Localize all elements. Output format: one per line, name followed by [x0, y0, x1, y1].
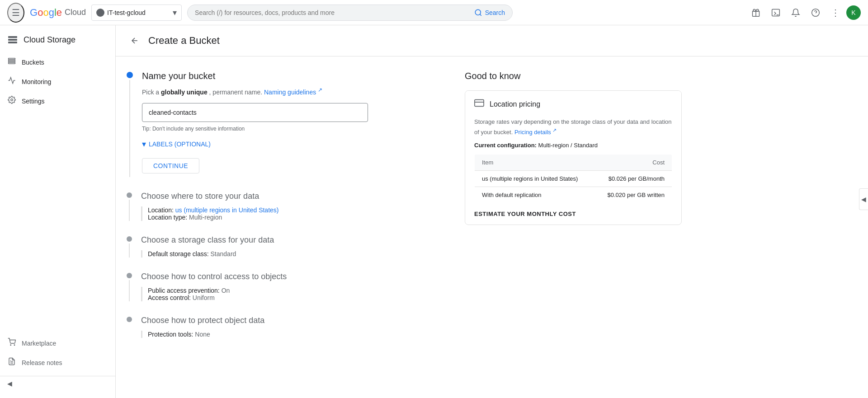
collapse-right-panel-button[interactable]: ◀ [859, 188, 868, 210]
input-tip: Tip: Don't include any sensitive informa… [142, 126, 443, 132]
bell-icon [791, 8, 800, 17]
cloud-label: Cloud [65, 8, 86, 17]
naming-guidelines-link[interactable]: Naming guidelines ↗ [264, 89, 322, 96]
release-notes-label: Release notes [22, 359, 62, 366]
svg-point-7 [812, 9, 820, 16]
search-icon [474, 9, 482, 17]
more-options-button[interactable]: ⋮ [826, 4, 844, 22]
pricing-row-2: With default replication $0.020 per GB w… [475, 187, 672, 203]
avatar[interactable]: K [846, 5, 861, 20]
step-dot-1 [127, 72, 133, 78]
cloud-storage-icon [7, 34, 18, 45]
back-arrow-icon [130, 36, 139, 45]
sidebar: Cloud Storage Buckets Monitoring Setting… [0, 25, 116, 398]
step-dot-4 [127, 273, 132, 278]
step-sub-info-2: Location: us (multiple regions in United… [141, 206, 443, 221]
search-button[interactable]: Search [474, 9, 505, 17]
gift-icon-button[interactable] [747, 4, 765, 22]
sidebar-item-monitoring[interactable]: Monitoring [0, 72, 112, 91]
current-config: Current configuration: Multi-region / St… [474, 142, 672, 149]
sidebar-item-marketplace[interactable]: Marketplace [0, 333, 115, 353]
marketplace-label: Marketplace [22, 340, 56, 347]
release-notes-icon [7, 357, 16, 368]
app-body: Cloud Storage Buckets Monitoring Setting… [0, 25, 868, 398]
pricing-item-2: With default replication [475, 187, 594, 203]
continue-button[interactable]: CONTINUE [142, 158, 199, 173]
svg-point-15 [11, 99, 13, 101]
pricing-details-link[interactable]: Pricing details ↗ [514, 129, 557, 136]
settings-label: Settings [22, 98, 45, 105]
monitoring-icon [7, 76, 16, 87]
step-storage-class: Choose a storage class for your data Def… [127, 235, 443, 258]
step-protect-data: Choose how to protect object data Protec… [127, 316, 443, 338]
step-sub-info-3: Default storage class: Standard [141, 250, 443, 258]
step-line-3 [129, 243, 130, 258]
pricing-table: Item Cost us (multiple regions in United… [474, 154, 672, 203]
settings-icon [7, 96, 16, 106]
step-content-2: Choose where to store your data Location… [141, 192, 443, 221]
sidebar-bottom: Marketplace Release notes ◀ [0, 333, 115, 398]
sidebar-item-buckets[interactable]: Buckets [0, 52, 112, 72]
svg-point-17 [14, 345, 15, 346]
back-button[interactable] [127, 33, 143, 49]
more-icon: ⋮ [831, 7, 840, 18]
sidebar-title: Cloud Storage [24, 35, 75, 45]
marketplace-icon [7, 338, 16, 348]
step-sub-info-4: Public access prevention: On Access cont… [141, 287, 443, 301]
help-icon-button[interactable] [807, 4, 825, 22]
svg-rect-14 [9, 62, 15, 64]
location-pricing-title: Location pricing [490, 100, 540, 108]
step-sub-info-5: Protection tools: None [141, 331, 443, 338]
svg-rect-12 [9, 58, 15, 60]
notification-icon-button[interactable] [787, 4, 805, 22]
step-indicator-4 [127, 272, 132, 301]
pricing-cost-1: $0.026 per GB/month [594, 171, 672, 187]
pricing-row-1: us (multiple regions in United States) $… [475, 171, 672, 187]
terminal-icon-button[interactable] [767, 4, 785, 22]
step-content-3: Choose a storage class for your data Def… [141, 235, 443, 258]
step-indicator-1 [127, 71, 133, 177]
svg-rect-13 [9, 61, 15, 62]
step-line-4 [129, 280, 130, 301]
step-content-5: Choose how to protect object data Protec… [141, 316, 443, 338]
step-body-1: Pick a globally unique , permanent name.… [142, 87, 443, 177]
step-dot-2 [127, 192, 132, 198]
nav-icon-group: ⋮ K [747, 4, 861, 22]
bucket-name-input[interactable] [142, 103, 368, 122]
labels-toggle-label: LABELS (OPTIONAL) [149, 140, 211, 148]
sidebar-item-release-notes[interactable]: Release notes [0, 353, 115, 372]
step-content-1: Name your bucket Pick a globally unique … [142, 71, 443, 177]
sidebar-item-settings[interactable]: Settings [0, 91, 112, 111]
pricing-item-1: us (multiple regions in United States) [475, 171, 594, 187]
page-header: Create a Bucket [116, 25, 868, 56]
step-title-5: Choose how to protect object data [141, 316, 443, 325]
svg-point-0 [475, 9, 481, 15]
info-card-body: Storage rates vary depending on the stor… [465, 117, 681, 225]
main-content: Create a Bucket Name your bucket Pi [116, 25, 868, 398]
right-panel: Good to know Location pricing Storage ra… [465, 71, 682, 352]
step-dot-3 [127, 236, 132, 242]
content-area: Name your bucket Pick a globally unique … [116, 56, 868, 367]
estimate-monthly-cost-link[interactable]: ESTIMATE YOUR MONTHLY COST [474, 211, 672, 217]
collapse-icon: ◀ [7, 380, 12, 387]
google-cloud-logo[interactable]: Google Cloud [30, 7, 86, 19]
search-bar: Search [187, 5, 513, 21]
collapse-sidebar-button[interactable]: ◀ [0, 376, 115, 391]
terminal-icon [771, 8, 780, 17]
svg-rect-21 [475, 100, 484, 107]
project-selector[interactable]: IT-test-gcloud ▾ [91, 5, 182, 21]
buckets-label: Buckets [22, 59, 44, 66]
labels-toggle[interactable]: ▾ LABELS (OPTIONAL) [142, 139, 443, 149]
chevron-down-icon: ▾ [173, 8, 177, 18]
step-indicator-2 [127, 192, 132, 221]
hamburger-menu-button[interactable]: ☰ [7, 3, 24, 23]
protection-tools-row: Protection tools: None [148, 331, 443, 338]
search-input[interactable] [195, 9, 471, 16]
location-pricing-card: Location pricing Storage rates vary depe… [465, 90, 682, 225]
step-indicator-3 [127, 235, 132, 258]
gift-icon [751, 8, 760, 17]
step-access-control: Choose how to control access to objects … [127, 272, 443, 301]
step-name-bucket: Name your bucket Pick a globally unique … [127, 71, 443, 177]
step-indicator-5 [127, 316, 132, 338]
help-icon [811, 8, 820, 17]
